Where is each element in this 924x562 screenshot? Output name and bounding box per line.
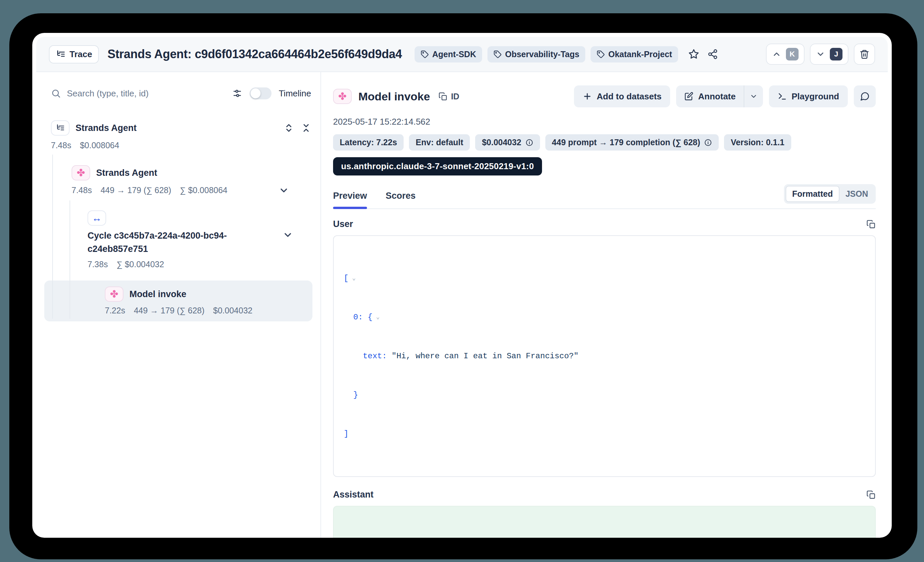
observation-timestamp: 2025-05-17 15:22:14.562 (333, 117, 876, 127)
trace-tree-sidebar: Timeline Strands Agent (32, 72, 321, 538)
tag-icon (421, 50, 429, 58)
trace-badge-label: Trace (69, 49, 92, 60)
search-input[interactable] (67, 88, 200, 99)
copy-icon[interactable] (866, 490, 876, 499)
observation-detail-panel: ✤ Model invoke ID Add to datasets (321, 72, 892, 538)
info-icon[interactable] (704, 139, 712, 146)
chat-bubble-icon (860, 91, 870, 102)
tag-row: Agent-SDK Observability-Tags Okatank-Pro… (415, 46, 678, 63)
next-trace-button[interactable]: J (810, 43, 849, 65)
info-icon[interactable] (525, 139, 533, 146)
trace-header: Trace Strands Agent: c9d6f01342ca664464b… (36, 37, 888, 72)
tag-observability-tags[interactable]: Observability-Tags (488, 46, 585, 63)
comments-button[interactable] (854, 85, 876, 108)
collapse-all-icon[interactable] (301, 123, 311, 133)
tab-scores[interactable]: Scores (386, 191, 416, 208)
annotate-button[interactable]: Annotate (676, 85, 744, 108)
tree-node-title: Strands Agent (75, 123, 137, 133)
desktop-background: Trace Strands Agent: c9d6f01342ca664464b… (0, 0, 924, 562)
tree-node-metrics: 7.48s 449 → 179 (∑ 628) ∑ $0.008064 (72, 185, 311, 195)
list-tree-icon (56, 49, 66, 59)
annotate-split-button: Annotate (676, 85, 763, 108)
cost: $0.004032 (213, 306, 252, 315)
assistant-section-label: Assistant (333, 490, 374, 500)
move-horizontal-icon: ↔ (87, 211, 106, 226)
tag-icon (597, 50, 605, 58)
shortcut-k-badge: K (786, 48, 798, 60)
toggle-knob (250, 88, 261, 99)
tokens: 449 → 179 (∑ 628) (134, 306, 204, 315)
annotate-dropdown-chevron[interactable] (744, 85, 763, 108)
tag-okatank-project[interactable]: Okatank-Project (591, 46, 678, 63)
tree-node-trace-root[interactable]: Strands Agent (51, 120, 311, 136)
span-tree: Strands Agent 7.48s $0.008064 (51, 120, 311, 321)
cost: ∑ $0.008064 (180, 185, 228, 195)
list-tree-icon (51, 120, 69, 136)
annotate-label: Annotate (698, 91, 736, 102)
playground-label: Playground (792, 91, 839, 102)
assistant-json-viewer: { ⌄ text: "Hi there! I'm Restaurant Help… (344, 516, 865, 538)
collapse-node-chevron[interactable] (282, 230, 293, 240)
detail-tabs: Preview Scores Formatted JSON (333, 184, 876, 209)
tree-node-agent[interactable]: ✤ Strands Agent 7.48s 449 → 179 (∑ 628) … (72, 165, 311, 195)
copy-icon[interactable] (866, 220, 876, 229)
env-badge: Env: default (409, 134, 470, 151)
tree-node-title: Model invoke (129, 289, 186, 299)
format-option-formatted[interactable]: Formatted (786, 186, 840, 202)
agent-icon: ✤ (105, 287, 123, 302)
shortcut-j-badge: J (830, 48, 843, 60)
latency-badge: Latency: 7.22s (333, 134, 404, 151)
collapse-caret-icon[interactable]: ⌄ (372, 314, 380, 320)
prev-trace-button[interactable]: K (766, 43, 804, 65)
tag-label: Okatank-Project (608, 49, 672, 59)
model-name-badge[interactable]: us.anthropic.claude-3-7-sonnet-20250219-… (333, 157, 542, 175)
tree-guide-line (69, 200, 70, 319)
id-label: ID (451, 92, 459, 102)
chevron-up-icon (772, 49, 781, 59)
timeline-toggle[interactable] (249, 87, 272, 99)
duration: 7.38s (87, 260, 108, 269)
tab-preview[interactable]: Preview (333, 191, 367, 208)
copy-id-button[interactable]: ID (438, 92, 459, 102)
tag-agent-sdk[interactable]: Agent-SDK (415, 46, 482, 63)
chevron-down-icon (816, 49, 825, 59)
tree-node-metrics: 7.38s ∑ $0.004032 (87, 260, 311, 269)
cost: ∑ $0.004032 (117, 260, 164, 269)
add-to-datasets-label: Add to datasets (597, 91, 662, 102)
tag-icon (494, 50, 502, 58)
app-window: Trace Strands Agent: c9d6f01342ca664464b… (32, 33, 892, 538)
filter-sliders-icon[interactable] (232, 88, 242, 99)
assistant-message-section: Assistant { ⌄ text: "Hi there! I'm Resta… (333, 490, 876, 538)
tree-node-metrics: 7.22s 449 → 179 (∑ 628) $0.004032 (105, 306, 312, 315)
tree-node-title: Cycle c3c45b7a-224a-4200-bc94-c24eb857e7… (87, 229, 247, 256)
copy-icon (438, 92, 447, 101)
format-toggle: Formatted JSON (784, 184, 876, 204)
token-usage-badge: 449 prompt → 179 completion (∑ 628) (545, 134, 719, 151)
add-to-datasets-button[interactable]: Add to datasets (574, 85, 670, 108)
tree-node-cycle[interactable]: ↔ Cycle c3c45b7a-224a-4200-bc94-c24eb857… (87, 211, 311, 269)
duration: 7.48s (72, 185, 92, 195)
tag-label: Agent-SDK (432, 49, 476, 59)
agent-icon: ✤ (72, 165, 90, 181)
expand-all-icon[interactable] (284, 123, 294, 133)
tag-label: Observability-Tags (505, 49, 579, 59)
tree-node-model-invoke-selected[interactable]: ✤ Model invoke 7.22s 449 → 179 (∑ 628) $… (44, 281, 312, 321)
cost-badge: $0.004032 (475, 134, 540, 151)
playground-button[interactable]: Playground (769, 85, 848, 108)
tree-node-metrics: 7.48s $0.008064 (51, 140, 311, 150)
format-option-json[interactable]: JSON (840, 187, 874, 202)
star-bookmark-icon[interactable] (688, 49, 699, 60)
share-icon[interactable] (707, 49, 718, 60)
collapse-caret-icon[interactable]: ⌄ (348, 275, 356, 281)
cost: $0.008064 (80, 140, 119, 150)
user-json-viewer: [ ⌄ 0: { ⌄ text: "Hi, where can I eat in… (344, 246, 865, 466)
collapse-node-chevron[interactable] (279, 185, 289, 196)
trace-type-badge: Trace (49, 45, 99, 63)
observation-title: Model invoke (358, 90, 430, 103)
delete-trace-button[interactable] (854, 43, 875, 65)
search-icon (51, 88, 61, 99)
user-message-section: User [ ⌄ 0: { ⌄ text: "Hi, where can I e… (333, 219, 876, 477)
edit-pencil-icon (684, 92, 693, 101)
tokens: 449 → 179 (∑ 628) (100, 185, 171, 195)
plus-icon (583, 92, 592, 101)
